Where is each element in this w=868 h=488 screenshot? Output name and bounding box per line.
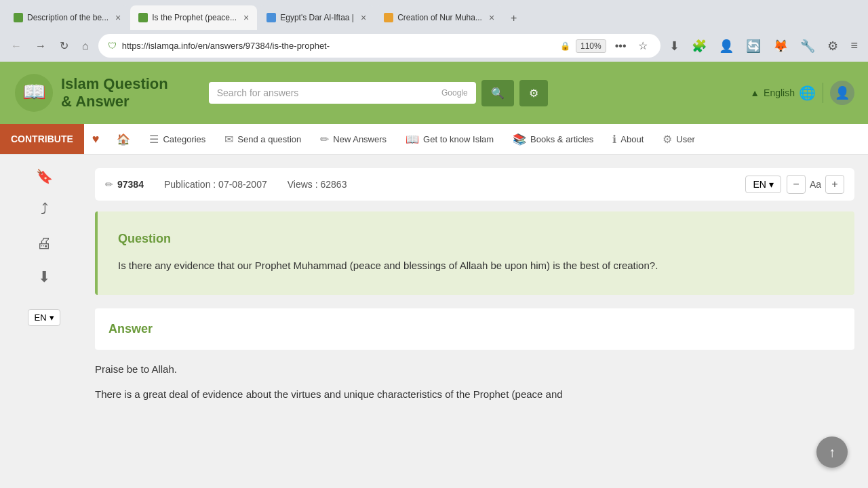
send-question-icon: ✉ — [224, 133, 233, 146]
nav-user-button[interactable]: ⚙ User — [653, 126, 704, 152]
reload-button[interactable]: ↻ — [56, 37, 73, 55]
tab-3-favicon — [267, 13, 276, 22]
question-label: Question — [118, 232, 834, 246]
shield-icon: 🛡 — [108, 41, 117, 51]
expand-icon: ▲ — [750, 87, 760, 98]
search-area: Search for answers Google 🔍 ⚙ — [209, 80, 548, 106]
sidebar-language-selector[interactable]: EN ▾ — [28, 309, 60, 326]
about-label: About — [620, 134, 644, 144]
tab-4-close[interactable]: × — [489, 12, 494, 23]
article-lang-label: EN — [753, 179, 766, 190]
header-divider — [823, 83, 823, 103]
new-answers-icon: ✏ — [320, 133, 329, 146]
tab-1-title: Description of the be... — [27, 13, 108, 22]
search-settings-button[interactable]: ⚙ — [519, 80, 548, 106]
tab-4-favicon — [384, 13, 393, 22]
logo-line1: Islam Question — [61, 75, 168, 93]
bookmark-button[interactable]: 🔖 — [36, 168, 53, 184]
heart-icon: ♥ — [92, 132, 100, 146]
download-button[interactable]: ⬇ — [666, 37, 683, 56]
nav-categories-button[interactable]: ☰ Categories — [140, 126, 215, 152]
publication-date: 07-08-2007 — [218, 179, 267, 190]
bookmark-star-icon[interactable]: ☆ — [635, 37, 651, 54]
meta-right: EN ▾ − Aa + — [745, 175, 844, 194]
user-nav-icon: ⚙ — [663, 133, 672, 146]
tab-1[interactable]: Description of the be... × — [5, 5, 129, 30]
tab-4[interactable]: Creation of Nur Muha... × — [376, 5, 502, 30]
views-label: Views : — [288, 179, 318, 190]
site-logo[interactable]: 📖 Islam Question & Answer — [14, 73, 168, 113]
address-field[interactable]: 🛡 https://islamqa.info/en/answers/97384/… — [98, 34, 661, 58]
addon-button[interactable]: 🦊 — [770, 37, 791, 56]
sidebar-lang-label: EN — [34, 312, 46, 323]
tab-2-title: Is the Prophet (peace... — [152, 13, 237, 22]
views-count: 62863 — [321, 179, 347, 190]
search-box[interactable]: Search for answers Google — [209, 82, 476, 104]
user-account-button[interactable]: 👤 — [830, 81, 854, 105]
nav-home-button[interactable]: 🏠 — [107, 126, 140, 152]
get-to-know-islam-icon: 📖 — [406, 133, 419, 146]
home-button[interactable]: ⌂ — [78, 37, 93, 55]
addon3-button[interactable]: ⚙ — [824, 37, 842, 56]
answer-paragraph-1: Praise be to Allah. — [95, 361, 854, 378]
categories-label: Categories — [163, 134, 205, 144]
nav-favorite-button[interactable]: ♥ — [84, 125, 108, 153]
contribute-button[interactable]: CONTRIBUTE — [0, 124, 84, 154]
language-selector[interactable]: ▲ English 🌐 — [750, 85, 816, 101]
back-button[interactable]: ← — [7, 37, 26, 55]
nav-new-answers-button[interactable]: ✏ New Answers — [311, 126, 396, 152]
tab-1-favicon — [14, 13, 23, 22]
content-wrapper: 🔖 ⤴ 🖨 ⬇ EN ▾ ✏ 97384 Publication : 07-08… — [0, 155, 868, 488]
font-decrease-button[interactable]: − — [787, 175, 806, 194]
font-increase-button[interactable]: + — [825, 175, 844, 194]
user-avatar-icon: 👤 — [835, 85, 850, 100]
main-content: ✏ 97384 Publication : 07-08-2007 Views :… — [88, 155, 868, 488]
nav-send-question-button[interactable]: ✉ Send a question — [215, 126, 311, 152]
tab-2[interactable]: Is the Prophet (peace... × — [130, 5, 257, 30]
nav-bar: CONTRIBUTE ♥ 🏠 ☰ Categories ✉ Send a que… — [0, 124, 868, 155]
forward-button[interactable]: → — [31, 37, 50, 55]
google-label: Google — [441, 88, 468, 98]
answer-section: Answer — [95, 308, 854, 350]
svg-text:📖: 📖 — [22, 81, 46, 103]
sync-button[interactable]: 🔄 — [743, 37, 764, 56]
tab-3-close[interactable]: × — [361, 12, 366, 23]
publication-info: Publication : 07-08-2007 — [164, 179, 267, 190]
menu-button[interactable]: ≡ — [847, 37, 861, 55]
share-button[interactable]: ⤴ — [41, 201, 48, 218]
logo-text: Islam Question & Answer — [61, 75, 168, 111]
tab-2-close[interactable]: × — [243, 12, 249, 23]
addon2-button[interactable]: 🔧 — [797, 37, 818, 56]
account-button[interactable]: 👤 — [715, 37, 737, 56]
download-icon: ⬇ — [38, 268, 50, 286]
user-nav-label: User — [676, 134, 694, 144]
answer-label: Answer — [108, 322, 841, 336]
new-tab-button[interactable]: + — [504, 8, 524, 28]
tab-1-close[interactable]: × — [115, 12, 121, 23]
tab-4-title: Creation of Nur Muha... — [397, 13, 482, 22]
tab-2-favicon — [138, 13, 148, 22]
article-language-selector[interactable]: EN ▾ — [745, 176, 781, 193]
home-nav-icon: 🏠 — [117, 133, 130, 146]
about-icon: ℹ — [612, 133, 616, 146]
books-articles-label: Books & articles — [530, 134, 593, 144]
nav-books-articles-button[interactable]: 📚 Books & articles — [503, 126, 603, 152]
search-button[interactable]: 🔍 — [481, 80, 514, 106]
more-options-icon: ••• — [612, 38, 630, 54]
share-icon: ⤴ — [41, 201, 48, 218]
publication-label: Publication : — [164, 179, 216, 190]
print-button[interactable]: 🖨 — [37, 235, 52, 252]
logo-icon: 📖 — [14, 73, 54, 113]
scroll-to-top-button[interactable]: ↑ — [816, 436, 848, 468]
download-article-button[interactable]: ⬇ — [38, 268, 50, 286]
zoom-badge: 110% — [576, 39, 606, 53]
nav-about-button[interactable]: ℹ About — [603, 126, 653, 152]
question-text: Is there any evidence that our Prophet M… — [118, 257, 834, 274]
tab-3[interactable]: Egypt's Dar Al-Iftaa | × — [258, 5, 374, 30]
nav-get-to-know-islam-button[interactable]: 📖 Get to know Islam — [396, 126, 503, 152]
question-box: Question Is there any evidence that our … — [95, 211, 854, 295]
logo-line2: & Answer — [61, 93, 168, 110]
answer-paragraph-2: There is a great deal of evidence about … — [95, 386, 854, 403]
extensions-button[interactable]: 🧩 — [688, 37, 710, 56]
site-header: 📖 Islam Question & Answer Search for ans… — [0, 62, 868, 124]
